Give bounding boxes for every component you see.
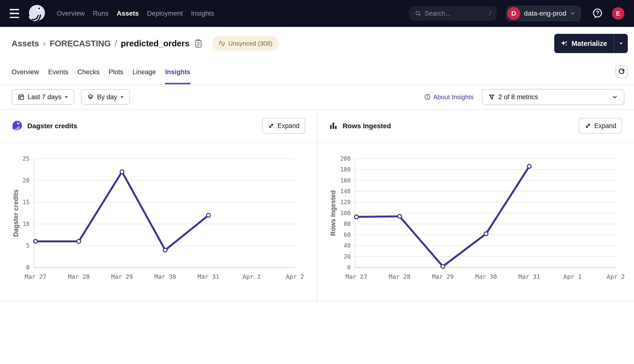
- tab-checks[interactable]: Checks: [78, 60, 100, 84]
- svg-text:60: 60: [344, 232, 350, 238]
- metrics-filter-label: 2 of 8 metrics: [498, 93, 538, 101]
- workspace-switcher[interactable]: D data-eng-prod: [506, 6, 581, 21]
- tab-insights[interactable]: Insights: [165, 60, 190, 84]
- svg-text:Mar 31: Mar 31: [198, 273, 219, 280]
- top-navigation-bar: Overview Runs Assets Deployment Insights…: [0, 0, 634, 27]
- svg-text:0: 0: [347, 264, 350, 271]
- svg-text:25: 25: [22, 155, 30, 162]
- primary-nav: Overview Runs Assets Deployment Insights: [57, 10, 214, 17]
- calendar-icon: [18, 94, 24, 100]
- tab-overview[interactable]: Overview: [12, 60, 39, 84]
- time-range-label: Last 7 days: [28, 93, 62, 101]
- breadcrumb: Assets›FORECASTING/predicted_orders: [12, 39, 190, 48]
- svg-text:Dagster credits: Dagster credits: [12, 190, 20, 237]
- svg-text:20: 20: [22, 177, 30, 184]
- time-range-dropdown[interactable]: Last 7 days: [12, 89, 74, 105]
- asset-tabs: Overview Events Checks Plots Lineage Ins…: [0, 60, 634, 85]
- caret-down-icon: [64, 96, 68, 98]
- svg-text:Mar 28: Mar 28: [389, 273, 410, 280]
- svg-text:5: 5: [26, 242, 30, 249]
- about-insights-label: About Insights: [433, 94, 474, 101]
- dagster-logo-icon[interactable]: [28, 4, 46, 23]
- help-icon[interactable]: ?: [592, 8, 603, 19]
- workspace-name: data-eng-prod: [524, 10, 566, 17]
- expand-icon: [584, 122, 591, 129]
- data-point: [484, 232, 488, 236]
- chart-title: Rows Ingested: [343, 122, 391, 130]
- svg-text:Mar 29: Mar 29: [432, 273, 454, 280]
- metrics-filter-select[interactable]: 2 of 8 metrics: [482, 89, 624, 105]
- nav-assets[interactable]: Assets: [117, 10, 139, 17]
- svg-text:Apr 2: Apr 2: [286, 273, 304, 280]
- svg-text:100: 100: [340, 210, 350, 216]
- refresh-button[interactable]: [615, 65, 628, 78]
- svg-text:Apr 2: Apr 2: [606, 273, 625, 280]
- status-badge[interactable]: Unsynced (308): [212, 36, 279, 51]
- nav-deployment[interactable]: Deployment: [147, 10, 183, 17]
- svg-text:0: 0: [26, 264, 30, 271]
- expand-button[interactable]: Expand: [579, 118, 622, 134]
- menu-icon[interactable]: [10, 9, 21, 18]
- line-chart-dagster-credits: 0510152025Mar 27Mar 28Mar 29Mar 30Mar 31…: [0, 142, 317, 301]
- breadcrumb-slash: /: [114, 39, 117, 48]
- copy-clipboard-icon[interactable]: [194, 39, 203, 48]
- svg-text:Apr 1: Apr 1: [564, 273, 582, 280]
- expand-icon: [268, 122, 274, 129]
- chart-panel-dagster-credits: Dagster credits Expand 0510152025Mar 27M…: [0, 110, 317, 301]
- svg-text:Mar 30: Mar 30: [154, 273, 176, 280]
- materialize-caret-button[interactable]: [614, 34, 628, 53]
- search-shortcut-hint: /: [489, 10, 491, 17]
- svg-text:10: 10: [22, 221, 30, 228]
- svg-text:Mar 29: Mar 29: [111, 273, 133, 280]
- materialize-split-button: Materialize: [554, 34, 628, 53]
- search-box[interactable]: /: [409, 6, 497, 21]
- tab-plots[interactable]: Plots: [108, 60, 123, 84]
- tab-lineage[interactable]: Lineage: [132, 60, 156, 84]
- data-point: [163, 248, 167, 252]
- nav-runs[interactable]: Runs: [93, 10, 108, 17]
- nav-insights[interactable]: Insights: [191, 10, 214, 17]
- svg-text:Mar 31: Mar 31: [518, 273, 540, 280]
- asset-page-header: Assets›FORECASTING/predicted_orders Unsy…: [0, 27, 634, 60]
- svg-text:200: 200: [340, 155, 350, 162]
- svg-text:180: 180: [340, 166, 350, 173]
- sync-alert-icon: [218, 40, 226, 47]
- line-chart-svg: 020406080100120140160180200Mar 27Mar 28M…: [317, 142, 634, 301]
- refresh-icon: [618, 68, 625, 75]
- filters-right-group: About Insights 2 of 8 metrics: [424, 89, 624, 105]
- breadcrumb-assets-link[interactable]: Assets: [12, 39, 39, 48]
- svg-text:Mar 27: Mar 27: [346, 273, 367, 280]
- expand-button[interactable]: Expand: [262, 118, 305, 134]
- granularity-dropdown[interactable]: By day: [81, 89, 130, 105]
- expand-label: Expand: [278, 122, 300, 130]
- search-input[interactable]: [424, 10, 486, 17]
- svg-text:40: 40: [344, 242, 350, 249]
- breadcrumb-chevron: ›: [43, 39, 46, 48]
- dagster-logo-icon: [12, 120, 22, 131]
- asset-name: predicted_orders: [121, 39, 190, 48]
- filter-funnel-icon: [488, 94, 495, 100]
- svg-text:20: 20: [344, 253, 350, 260]
- data-point: [354, 215, 358, 219]
- search-icon: [415, 10, 421, 16]
- insights-filters: Last 7 days By day About Insights: [0, 85, 634, 109]
- info-icon: [424, 94, 431, 100]
- about-insights-link[interactable]: About Insights: [424, 94, 474, 101]
- data-point: [206, 214, 210, 217]
- nav-overview[interactable]: Overview: [57, 10, 85, 17]
- tab-events[interactable]: Events: [48, 60, 68, 84]
- bar-chart-icon: [329, 121, 338, 130]
- granularity-label: By day: [97, 93, 117, 101]
- svg-text:Mar 27: Mar 27: [25, 273, 46, 280]
- caret-down-icon: [120, 96, 124, 98]
- materialize-button[interactable]: Materialize: [554, 34, 614, 53]
- data-point: [398, 214, 402, 218]
- breadcrumb-group-link[interactable]: FORECASTING: [50, 39, 111, 48]
- svg-text:Rows Ingested: Rows Ingested: [330, 190, 337, 236]
- svg-text:160: 160: [340, 177, 350, 184]
- caret-down-icon: [619, 42, 623, 45]
- layers-icon: [87, 94, 94, 100]
- user-avatar[interactable]: E: [612, 7, 624, 20]
- chevron-down-icon: [570, 11, 576, 16]
- chart-header: Dagster credits Expand: [0, 110, 317, 142]
